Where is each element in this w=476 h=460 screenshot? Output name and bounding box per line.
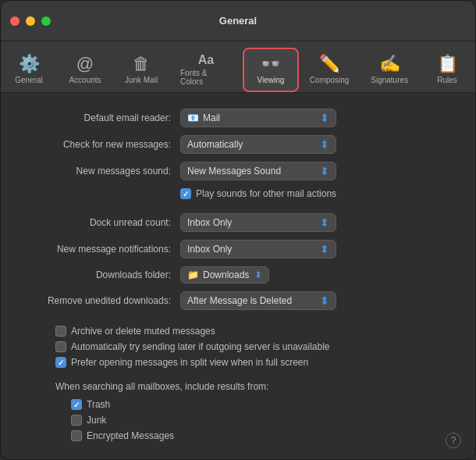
check-messages-label: Check for new messages: (24, 139, 180, 150)
main-window: General ⚙️ General @ Accounts 🗑 Junk Mai… (0, 0, 476, 460)
play-sounds-checkbox[interactable] (180, 188, 191, 199)
encrypted-checkbox[interactable] (71, 430, 82, 441)
new-messages-sound-select[interactable]: New Messages Sound ⬍ (180, 162, 336, 180)
chevron-icon: ⬍ (254, 269, 262, 280)
downloads-folder-label: Downloads folder: (24, 269, 180, 280)
default-email-label: Default email reader: (24, 112, 180, 123)
rules-icon: 📋 (437, 54, 458, 74)
trash-checkbox[interactable] (71, 399, 82, 410)
dock-unread-select[interactable]: Inbox Only ⬍ (180, 213, 336, 232)
mail-app-icon: 📧 (187, 112, 199, 123)
junk-checkbox[interactable] (71, 415, 82, 426)
archive-row: Archive or delete muted messages (24, 326, 452, 337)
check-messages-row: Check for new messages: Automatically ⬍ (24, 135, 452, 154)
folder-icon: 📁 (187, 269, 199, 280)
remove-unedited-label: Remove unedited downloads: (24, 295, 180, 306)
help-button[interactable]: ? (446, 433, 461, 448)
tab-rules[interactable]: 📋 Rules (419, 49, 475, 91)
new-message-notif-row: New message notifications: Inbox Only ⬍ (24, 240, 452, 259)
composing-icon: ✏️ (319, 54, 340, 74)
remove-unedited-row: Remove unedited downloads: After Message… (24, 291, 452, 310)
title-bar: General (1, 1, 475, 41)
junk-mail-icon: 🗑 (133, 54, 150, 74)
chevron-icon: ⬍ (320, 243, 329, 255)
viewing-icon: 👓 (260, 54, 281, 74)
auto-send-label: Automatically try sending later if outgo… (71, 341, 330, 352)
prefer-split-label: Prefer opening messages in split view wh… (71, 357, 308, 368)
tab-accounts[interactable]: @ Accounts (57, 49, 113, 91)
general-icon: ⚙️ (19, 54, 40, 74)
junk-label: Junk (87, 415, 106, 426)
play-sounds-row: Play sounds for other mail actions (24, 188, 452, 199)
auto-send-row: Automatically try sending later if outgo… (24, 341, 452, 352)
new-message-notif-select[interactable]: Inbox Only ⬍ (180, 240, 336, 259)
settings-content: Default email reader: 📧 Mail ⬍ Check for… (1, 93, 475, 459)
tab-viewing[interactable]: 👓 Viewing (243, 48, 299, 92)
tab-fonts-colors[interactable]: Aa Fonts & Colors (169, 48, 243, 92)
prefer-split-row: Prefer opening messages in split view wh… (24, 357, 452, 368)
default-email-row: Default email reader: 📧 Mail ⬍ (24, 109, 452, 127)
chevron-icon: ⬍ (320, 216, 329, 229)
remove-unedited-select[interactable]: After Message is Deleted ⬍ (180, 291, 336, 310)
prefer-split-checkbox[interactable] (55, 357, 66, 368)
chevron-icon: ⬍ (320, 294, 329, 307)
junk-row: Junk (24, 415, 452, 426)
trash-label: Trash (87, 399, 110, 410)
new-messages-sound-row: New messages sound: New Messages Sound ⬍ (24, 162, 452, 180)
search-section: When searching all mailboxes, include re… (24, 379, 452, 393)
close-button[interactable] (10, 16, 20, 26)
default-email-select[interactable]: 📧 Mail ⬍ (180, 109, 336, 127)
tab-general[interactable]: ⚙️ General (1, 49, 57, 91)
tab-signatures[interactable]: ✍️ Signatures (360, 49, 419, 91)
tab-composing[interactable]: ✏️ Composing (299, 49, 360, 91)
encrypted-row: Encrypted Messages (24, 430, 452, 441)
new-messages-sound-label: New messages sound: (24, 166, 180, 177)
window-controls (10, 16, 51, 26)
chevron-icon: ⬍ (320, 112, 329, 124)
archive-checkbox[interactable] (55, 326, 66, 337)
minimize-button[interactable] (26, 16, 35, 26)
maximize-button[interactable] (41, 16, 51, 26)
chevron-icon: ⬍ (320, 138, 329, 151)
dock-unread-row: Dock unread count: Inbox Only ⬍ (24, 213, 452, 232)
window-title: General (219, 15, 257, 27)
trash-row: Trash (24, 399, 452, 410)
downloads-folder-row: Downloads folder: 📁 Downloads ⬍ (24, 266, 452, 283)
dock-unread-label: Dock unread count: (24, 217, 180, 228)
fonts-colors-icon: Aa (198, 53, 214, 67)
toolbar: ⚙️ General @ Accounts 🗑 Junk Mail Aa Fon… (1, 41, 475, 93)
accounts-icon: @ (76, 54, 94, 74)
auto-send-checkbox[interactable] (55, 341, 66, 352)
chevron-icon: ⬍ (320, 165, 329, 177)
tab-junk-mail[interactable]: 🗑 Junk Mail (113, 49, 169, 91)
signatures-icon: ✍️ (379, 54, 400, 74)
search-section-label: When searching all mailboxes, include re… (55, 381, 268, 392)
check-messages-select[interactable]: Automatically ⬍ (180, 135, 336, 154)
play-sounds-label: Play sounds for other mail actions (196, 188, 336, 199)
encrypted-label: Encrypted Messages (87, 430, 174, 441)
new-message-notif-label: New message notifications: (24, 244, 180, 255)
downloads-folder-select[interactable]: 📁 Downloads ⬍ (180, 266, 269, 283)
archive-label: Archive or delete muted messages (71, 326, 215, 337)
